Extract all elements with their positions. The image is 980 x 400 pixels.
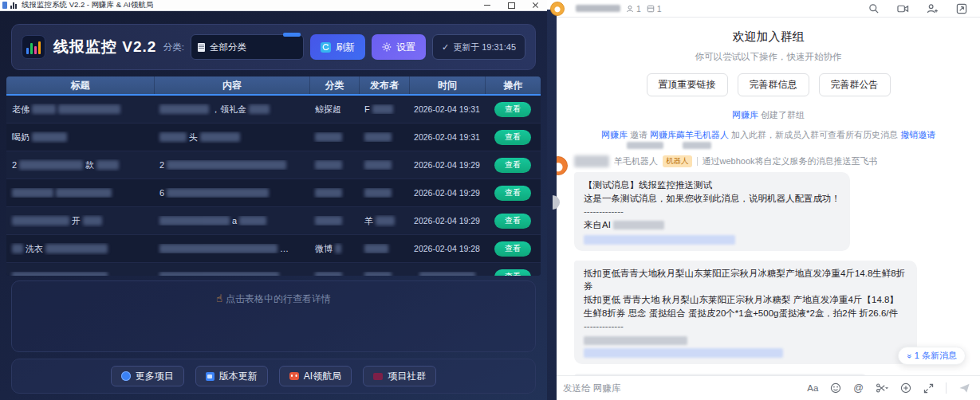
table-row[interactable]: 2款 2 2026-02-04 19:29 查看 <box>6 151 541 179</box>
community-button[interactable]: 项目社群 <box>363 366 436 386</box>
scissors-icon[interactable] <box>876 382 888 394</box>
emoji-icon[interactable] <box>830 382 841 394</box>
search-icon[interactable] <box>868 3 880 14</box>
send-icon[interactable] <box>958 382 970 394</box>
redacted-text <box>335 244 341 253</box>
pop-out-icon[interactable] <box>956 3 967 14</box>
video-call-icon[interactable] <box>897 3 909 14</box>
redacted-text <box>45 244 108 253</box>
cell-content: ，领礼金 <box>154 104 309 116</box>
bot-name[interactable]: 羊毛机器人 <box>614 155 658 167</box>
cell-text: 2 <box>12 160 17 170</box>
table-row[interactable]: 6 2026-02-04 19:29 查看 <box>6 179 541 207</box>
complete-group-info-button[interactable]: 完善群信息 <box>738 73 809 96</box>
redacted-text <box>159 244 277 253</box>
redacted-text <box>159 104 209 114</box>
inviter-link[interactable]: 网赚库 <box>601 130 628 139</box>
linereport-monitor-window: 线报监控系统 V2.2 - 网赚库 & AI领航局 线报监控 V2.2 分类: … <box>0 0 547 400</box>
message-bubble[interactable]: 抵扣更低青青大地秋月梨山东莱阳正宗秋月冰糖梨产地直发净重4斤14.8生鲜8折券 … <box>574 261 917 364</box>
redacted-text <box>419 272 475 276</box>
ai-pilot-button[interactable]: AI领航局 <box>279 366 352 386</box>
view-button[interactable]: 查看 <box>494 214 531 229</box>
message-bubble[interactable]: 【测试消息】线报监控推送测试 这是一条测试消息，如果您收到此消息，说明机器人配置… <box>574 172 850 251</box>
refresh-button[interactable]: 刷新 <box>310 34 365 60</box>
redacted-text <box>584 336 687 345</box>
creator-link[interactable]: 网赚库 <box>732 110 758 120</box>
new-message-text: 1 条新消息 <box>915 350 957 362</box>
more-projects-button[interactable]: 更多项目 <box>111 366 184 386</box>
detail-hint-text: 点击表格中的行查看详情 <box>226 293 331 304</box>
expand-icon[interactable] <box>923 383 934 394</box>
table-row[interactable]: 开 a 羊 2026-02-04 19:29 查看 <box>6 207 541 235</box>
cell-time: 2026-02-04 19:29 <box>409 216 485 225</box>
last-updated-badge: ✓ 更新于 19:31:45 <box>432 34 525 60</box>
view-button[interactable]: 查看 <box>494 241 531 257</box>
cell-time: 2026-02-04 19:29 <box>409 188 485 198</box>
cell-time: 2026-02-04 19:31 <box>409 132 485 142</box>
cell-text: 开 <box>72 215 81 227</box>
category-select[interactable]: 全部分类 <box>191 34 304 60</box>
close-icon <box>532 2 539 9</box>
cell-text: 微博 <box>315 243 333 255</box>
redacted-text <box>159 132 187 142</box>
maximize-icon <box>508 2 515 9</box>
message-composer[interactable]: 发送给 网赚库 Aa @ <box>557 375 980 400</box>
new-message-badge[interactable]: » 1 条新消息 <box>898 347 966 365</box>
cell-action: 查看 <box>485 214 541 229</box>
mention-icon[interactable]: @ <box>853 382 864 394</box>
version-update-button[interactable]: 版本更新 <box>195 366 268 386</box>
member-count-value: 1 <box>636 4 641 14</box>
table-row[interactable]: 老佛 ，领礼金 鲸探超 F 2026-02-04 19:31 查看 <box>6 96 541 124</box>
cell-text: 2026-02-04 19:31 <box>414 104 480 114</box>
table-row[interactable]: 喝奶 头 2026-02-04 19:31 查看 <box>6 124 541 151</box>
bot-avatar[interactable] <box>557 156 568 175</box>
pin-links-button[interactable]: 置顶重要链接 <box>647 73 728 96</box>
group-avatar[interactable] <box>550 2 565 16</box>
settings-button[interactable]: 设置 <box>372 34 426 60</box>
button-label: AI领航局 <box>304 370 341 383</box>
plus-circle-icon[interactable] <box>900 382 911 394</box>
cell-content: a <box>154 216 309 225</box>
member-icon <box>626 5 634 13</box>
minimize-button[interactable] <box>475 0 499 11</box>
divider <box>697 157 698 166</box>
topic-count-value: 1 <box>657 4 662 14</box>
invitee-link[interactable]: 网赚库薅羊毛机器人 <box>650 130 729 139</box>
member-count[interactable]: 1 <box>626 4 641 14</box>
button-label: 更多项目 <box>136 370 174 383</box>
redacted-text <box>32 104 56 114</box>
quick-actions: 置顶重要链接 完善群信息 完善群公告 <box>557 73 980 96</box>
revoke-invite-link[interactable]: 撤销邀请 <box>900 130 935 139</box>
button-label: 项目社群 <box>388 370 426 383</box>
view-button[interactable]: 查看 <box>494 102 531 117</box>
chat-window: 1 1 欢迎加入群组 你可以尝试以下操作，快速开始协作 置顶重要链接 完善群信息 <box>547 0 980 400</box>
message-line-text: 来自AI <box>584 220 611 229</box>
column-time: 时间 <box>409 76 485 94</box>
maximize-button[interactable] <box>499 0 523 11</box>
redacted-text <box>315 188 342 198</box>
redacted-text <box>315 160 342 170</box>
chevron-double-down-icon: » <box>905 354 913 359</box>
redacted-text <box>364 132 392 142</box>
welcome-block: 欢迎加入群组 你可以尝试以下操作，快速开始协作 <box>557 29 980 63</box>
complete-announcement-button[interactable]: 完善群公告 <box>819 73 891 96</box>
app-body: 线报监控 V2.2 分类: 全部分类 刷新 <box>0 11 547 400</box>
last-updated-text: 更新于 19:31:45 <box>453 41 516 53</box>
font-style-icon[interactable]: Aa <box>807 383 818 393</box>
column-title: 标题 <box>6 76 154 94</box>
view-button[interactable]: 查看 <box>494 269 531 276</box>
table-row[interactable]: 洗衣 … 微博 2026-02-04 19:28 查看 <box>6 235 541 263</box>
view-button[interactable]: 查看 <box>494 186 531 201</box>
table-row-partial[interactable]: 查看 <box>6 263 541 276</box>
message-line: 这是一条测试消息，如果您收到此消息，说明机器人配置成功！ <box>584 192 840 206</box>
add-member-icon[interactable] <box>927 3 939 14</box>
cell-text: ，领礼金 <box>211 104 246 116</box>
topic-count[interactable]: 1 <box>647 4 662 14</box>
update-icon <box>206 372 214 381</box>
close-button[interactable] <box>523 0 547 11</box>
message-sender-line: 网赚库薅羊毛机器人 机器人 通过webhook将自定义服务的消息推送至飞书 <box>574 155 980 167</box>
view-button[interactable]: 查看 <box>494 158 531 173</box>
view-button[interactable]: 查看 <box>494 130 531 145</box>
cell-action: 查看 <box>485 102 541 117</box>
composer-placeholder[interactable]: 发送给 网赚库 <box>563 382 807 394</box>
